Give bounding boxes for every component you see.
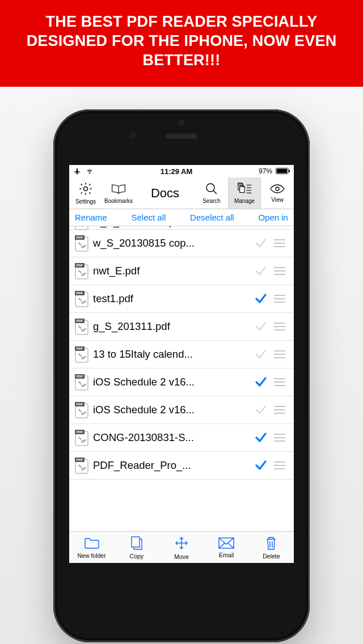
search-button[interactable]: Search [195,177,228,209]
move-icon [174,535,189,552]
file-list[interactable]: PDF w_S_20130815.pdf PDF w_S_20130815 co… [69,226,294,531]
pdf-icon: PDF [74,318,91,335]
drag-handle-icon[interactable] [270,377,289,387]
file-row[interactable]: PDF 13 to 15Italy calend... [69,341,294,368]
bookmarks-button[interactable]: Bookmarks [102,177,135,209]
move-label: Move [174,553,189,560]
drag-handle-icon[interactable] [270,294,289,304]
check-icon[interactable] [252,348,270,361]
mail-icon [218,537,235,550]
copy-icon [129,536,144,552]
check-icon[interactable] [252,226,270,228]
new-folder-button[interactable]: New folder [69,532,114,563]
svg-text:PDF: PDF [77,264,83,268]
delete-button[interactable]: Delete [249,532,294,563]
file-name: nwt_E.pdf [91,265,252,277]
bookmarks-label: Bookmarks [104,198,133,204]
manage-icon [237,182,252,197]
drag-handle-icon[interactable] [270,433,289,443]
file-row[interactable]: PDF test1.pdf [69,285,294,313]
pdf-icon: PDF [74,346,91,363]
file-row[interactable]: PDF PDF_Reader_Pro_... [69,452,294,480]
copy-button[interactable]: Copy [114,532,159,563]
check-icon[interactable] [252,431,270,444]
trash-icon [264,536,278,552]
gear-icon [78,181,93,197]
drag-handle-icon[interactable] [270,405,289,415]
settings-button[interactable]: Settings [69,177,102,209]
svg-point-4 [206,184,214,192]
file-name: w_S_20130815.pdf [91,226,252,228]
file-row[interactable]: PDF iOS Schedule 2 v16... [69,368,294,396]
svg-rect-1 [277,169,287,173]
check-icon[interactable] [252,236,270,250]
file-row[interactable]: PDF g_S_201311.pdf [69,313,294,341]
bottom-toolbar: New folder Copy Move Email Delete [69,531,294,563]
select-all-button[interactable]: Select all [131,213,166,222]
svg-text:PDF: PDF [77,236,83,240]
drag-handle-icon[interactable] [270,238,289,248]
delete-label: Delete [263,553,280,560]
check-icon[interactable] [252,320,270,333]
phone-frame: 11:29 AM 97% Settings Bookmarks [53,109,310,642]
file-row[interactable]: PDF iOS Schedule 2 v16... [69,396,294,424]
pdf-icon: PDF [74,226,91,230]
email-button[interactable]: Email [204,532,249,563]
deselect-all-button[interactable]: Deselect all [190,213,234,222]
pdf-icon: PDF [74,457,91,474]
rename-button[interactable]: Rename [75,213,107,222]
view-button[interactable]: View [261,177,294,209]
check-icon[interactable] [252,264,270,278]
screen: 11:29 AM 97% Settings Bookmarks [69,165,294,563]
file-name: test1.pdf [91,293,252,305]
drag-handle-icon[interactable] [270,349,289,359]
new-folder-label: New folder [78,552,106,559]
clock: 11:29 AM [161,167,193,176]
drag-handle-icon[interactable] [270,321,289,332]
promo-text: THE BEST PDF READER SPECIALLY DESIGNED F… [27,13,337,69]
svg-rect-7 [240,187,244,193]
check-icon[interactable] [252,403,270,417]
svg-text:PDF: PDF [77,320,83,323]
folder-icon [83,536,100,551]
open-in-button[interactable]: Open in [258,213,288,222]
status-bar: 11:29 AM 97% [69,165,294,177]
pdf-icon: PDF [74,374,91,391]
search-icon [205,182,218,197]
svg-line-78 [228,543,234,548]
settings-label: Settings [75,198,96,205]
drag-handle-icon[interactable] [270,460,289,471]
action-row: Rename Select all Deselect all Open in [69,209,294,226]
check-icon[interactable] [252,292,270,306]
svg-text:PDF: PDF [77,292,83,295]
pdf-icon: PDF [74,290,91,307]
svg-text:PDF: PDF [77,375,83,379]
svg-text:PDF: PDF [77,459,83,462]
wifi-icon [85,168,94,175]
check-icon[interactable] [252,375,270,389]
file-row[interactable]: PDF CONG-20130831-S... [69,424,294,452]
drag-handle-icon[interactable] [270,266,289,276]
svg-line-77 [219,543,225,548]
svg-line-5 [213,190,217,194]
top-toolbar: Settings Bookmarks Docs Search [69,177,294,209]
manage-label: Manage [234,198,255,204]
file-row[interactable]: PDF w_S_20130815 cop... [69,230,294,257]
file-name: iOS Schedule 2 v16... [91,404,252,416]
svg-rect-13 [75,226,88,230]
manage-button[interactable]: Manage [228,177,261,209]
move-button[interactable]: Move [159,532,204,563]
check-icon[interactable] [252,459,270,472]
drag-handle-icon[interactable] [270,226,289,227]
eye-icon [269,183,285,196]
file-name: g_S_201311.pdf [91,320,252,333]
file-name: w_S_20130815 cop... [91,237,252,249]
battery-percent: 97% [259,167,272,175]
email-label: Email [219,552,234,558]
file-row[interactable]: PDF nwt_E.pdf [69,257,294,285]
promo-banner: THE BEST PDF READER SPECIALLY DESIGNED F… [0,0,363,87]
svg-rect-2 [289,170,290,172]
file-name: CONG-20130831-S... [91,431,252,444]
file-name: PDF_Reader_Pro_... [91,459,252,472]
svg-rect-73 [132,537,140,547]
